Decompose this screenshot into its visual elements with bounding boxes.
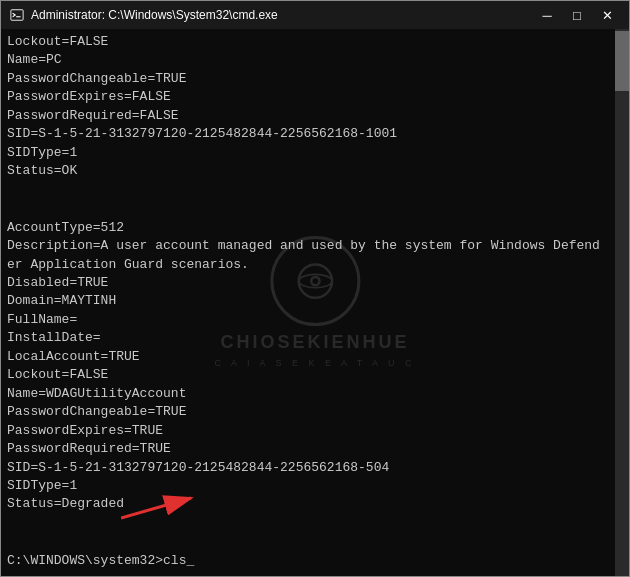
minimize-button[interactable]: ─: [533, 4, 561, 26]
console-line-27: [7, 533, 623, 552]
maximize-button[interactable]: □: [563, 4, 591, 26]
console-line-2: PasswordChangeable=TRUE: [7, 70, 623, 88]
console-body[interactable]: CHIOSEKIENHUE C A I A S E K E A T A U C …: [1, 29, 629, 576]
console-line-26: [7, 514, 623, 533]
scrollbar-thumb[interactable]: [615, 31, 629, 91]
console-line-23: SID=S-1-5-21-3132797120-2125482844-22565…: [7, 459, 623, 477]
console-line-11: Description=A user account managed and u…: [7, 237, 623, 255]
cmd-window: Administrator: C:\Windows\System32\cmd.e…: [0, 0, 630, 577]
scrollbar[interactable]: [615, 29, 629, 576]
console-line-18: Lockout=FALSE: [7, 366, 623, 384]
console-line-12: er Application Guard scenarios.: [7, 256, 623, 274]
console-line-28: C:\WINDOWS\system32>cls_: [7, 552, 623, 570]
console-line-21: PasswordExpires=TRUE: [7, 422, 623, 440]
console-line-15: FullName=: [7, 311, 623, 329]
console-line-24: SIDType=1: [7, 477, 623, 495]
console-line-9: [7, 200, 623, 219]
console-line-25: Status=Degraded: [7, 495, 623, 513]
console-line-8: [7, 181, 623, 200]
console-line-19: Name=WDAGUtilityAccount: [7, 385, 623, 403]
console-line-5: SID=S-1-5-21-3132797120-2125482844-22565…: [7, 125, 623, 143]
console-line-0: Lockout=FALSE: [7, 33, 623, 51]
console-line-14: Domain=MAYTINH: [7, 292, 623, 310]
title-bar: Administrator: C:\Windows\System32\cmd.e…: [1, 1, 629, 29]
console-line-22: PasswordRequired=TRUE: [7, 440, 623, 458]
console-line-3: PasswordExpires=FALSE: [7, 88, 623, 106]
console-line-16: InstallDate=: [7, 329, 623, 347]
close-button[interactable]: ✕: [593, 4, 621, 26]
console-output: Lockout=FALSEName=PCPasswordChangeable=T…: [7, 33, 623, 570]
console-line-20: PasswordChangeable=TRUE: [7, 403, 623, 421]
console-line-17: LocalAccount=TRUE: [7, 348, 623, 366]
window-title: Administrator: C:\Windows\System32\cmd.e…: [31, 8, 278, 22]
console-line-1: Name=PC: [7, 51, 623, 69]
svg-rect-0: [11, 10, 23, 21]
console-line-10: AccountType=512: [7, 219, 623, 237]
console-line-4: PasswordRequired=FALSE: [7, 107, 623, 125]
window-controls: ─ □ ✕: [533, 4, 621, 26]
console-line-7: Status=OK: [7, 162, 623, 180]
cmd-icon: [9, 7, 25, 23]
console-line-6: SIDType=1: [7, 144, 623, 162]
title-bar-left: Administrator: C:\Windows\System32\cmd.e…: [9, 7, 278, 23]
console-line-13: Disabled=TRUE: [7, 274, 623, 292]
